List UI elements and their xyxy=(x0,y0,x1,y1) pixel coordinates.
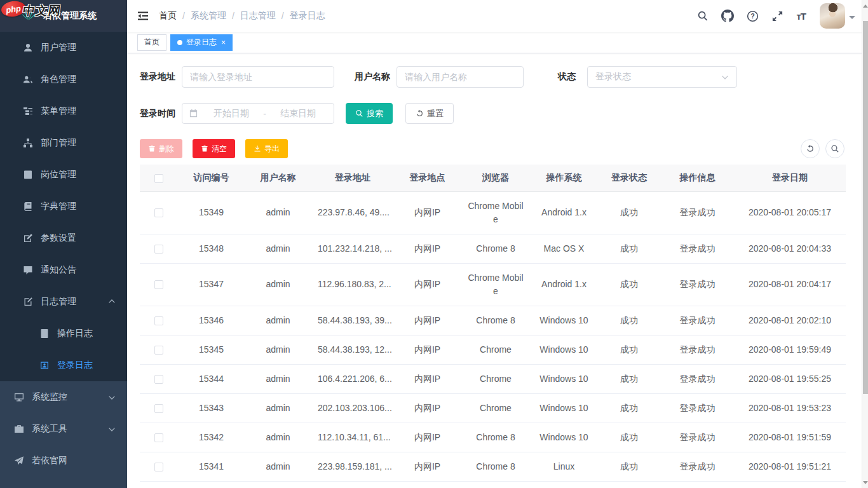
tab-active[interactable]: 登录日志× xyxy=(170,34,233,51)
header-search-button[interactable] xyxy=(691,0,715,32)
log-icon xyxy=(23,297,33,307)
sidebar-item-monitor[interactable]: 系统监控 xyxy=(0,381,127,413)
table-cell: 成功 xyxy=(597,393,661,423)
table-row: 15347admin112.96.180.83, 2...内网IPChrome … xyxy=(140,263,846,306)
row-checkbox[interactable] xyxy=(154,404,163,413)
table-cell: Android 1.x xyxy=(531,263,597,306)
delete-button[interactable]: 删除 xyxy=(140,139,182,158)
export-button[interactable]: 导出 xyxy=(245,139,288,158)
username-input[interactable] xyxy=(397,66,524,88)
toggle-search-button[interactable] xyxy=(825,139,844,158)
scroll-up-arrow-icon[interactable] xyxy=(862,1,868,10)
sidebar-item-dept[interactable]: 部门管理 xyxy=(0,127,127,159)
app-logo-bar[interactable]: 若依管理系统 xyxy=(0,0,127,32)
table-cell: Windows 10 xyxy=(531,423,597,452)
sidebar-item-website[interactable]: 若依官网 xyxy=(0,445,127,477)
github-icon xyxy=(721,10,734,22)
navbar-actions: ? тT xyxy=(691,0,868,32)
table-cell: 202.103.203.106... xyxy=(311,393,394,423)
column-header: 用户名称 xyxy=(245,165,311,191)
breadcrumb-item[interactable]: 首页 xyxy=(159,10,177,22)
filter-row-1: 登录地址 用户名称 状态 登录状态 xyxy=(140,66,844,88)
date-range-picker[interactable]: 开始日期 - 结束日期 xyxy=(182,103,334,124)
tab-home[interactable]: 首页 xyxy=(137,34,166,51)
scrollbar-thumb[interactable] xyxy=(863,21,868,394)
breadcrumb-separator: / xyxy=(182,11,185,21)
table-cell: 成功 xyxy=(597,335,661,364)
table-cell: Chrome 8 xyxy=(461,234,531,263)
table-cell: 2020-08-01 19:55:25 xyxy=(734,364,846,393)
table-cell: 成功 xyxy=(597,306,661,335)
sidebar-menu: 用户管理角色管理菜单管理部门管理岗位管理字典管理参数设置通知公告日志管理操作日志… xyxy=(0,32,127,477)
table-cell: admin xyxy=(245,191,311,234)
table-cell: 2020-08-01 19:51:59 xyxy=(734,423,846,452)
row-checkbox[interactable] xyxy=(154,463,163,471)
breadcrumb-item[interactable]: 日志管理 xyxy=(240,10,276,22)
table-cell: 登录成功 xyxy=(661,481,734,488)
column-header: 登录地址 xyxy=(311,165,394,191)
tool-icon xyxy=(14,424,24,434)
sidebar-toggle-button[interactable] xyxy=(127,0,159,32)
column-header: 登录日期 xyxy=(734,165,846,191)
login-address-input[interactable] xyxy=(182,66,334,88)
table-cell: 15343 xyxy=(178,393,245,423)
table-cell: 成功 xyxy=(597,234,661,263)
table-cell: 成功 xyxy=(597,423,661,452)
font-size-button[interactable]: тT xyxy=(790,0,812,32)
refresh-table-button[interactable] xyxy=(801,139,820,158)
sidebar-item-log[interactable]: 日志管理 xyxy=(0,286,127,318)
row-checkbox[interactable] xyxy=(154,208,163,217)
edit-icon xyxy=(23,233,33,243)
table-cell: Windows 10 xyxy=(531,335,597,364)
page-scrollbar[interactable] xyxy=(862,0,868,488)
fullscreen-button[interactable] xyxy=(765,0,790,32)
fullscreen-icon xyxy=(771,10,783,22)
user-avatar[interactable] xyxy=(820,3,845,29)
reset-button[interactable]: 重置 xyxy=(405,103,454,124)
guide-icon xyxy=(14,456,24,466)
page-content: 登录地址 用户名称 状态 登录状态 登录时间 开始日期 - 结束日期 xyxy=(127,53,868,488)
sidebar-item-notice[interactable]: 通知公告 xyxy=(0,254,127,286)
tab-active-dot xyxy=(177,40,182,45)
sidebar-item-operlog[interactable]: 操作日志 xyxy=(0,318,127,349)
clear-button[interactable]: 清空 xyxy=(193,139,235,158)
sidebar-item-label: 字典管理 xyxy=(41,201,76,212)
sidebar-item-post[interactable]: 岗位管理 xyxy=(0,159,127,191)
row-checkbox[interactable] xyxy=(154,375,163,384)
table-cell: 内网IP xyxy=(394,335,461,364)
table-cell: 内网IP xyxy=(394,306,461,335)
reset-button-label: 重置 xyxy=(427,108,444,119)
breadcrumb-item[interactable]: 系统管理 xyxy=(191,10,226,22)
breadcrumb-item[interactable]: 登录日志 xyxy=(290,10,325,22)
table-row: 15349admin223.97.8.46, 49....内网IPChrome … xyxy=(140,191,846,234)
sidebar-item-logininfor[interactable]: 登录日志 xyxy=(0,349,127,381)
github-link-button[interactable] xyxy=(715,0,740,32)
message-icon xyxy=(23,265,33,275)
help-button[interactable]: ? xyxy=(740,0,765,32)
column-header: 操作信息 xyxy=(661,165,734,191)
sidebar-item-tool[interactable]: 系统工具 xyxy=(0,413,127,445)
table-cell: 112.96.180.83, 2... xyxy=(311,263,394,306)
select-all-checkbox[interactable] xyxy=(154,174,163,183)
table-cell: 2020-08-01 20:02:10 xyxy=(734,306,846,335)
avatar-caret-down-icon[interactable] xyxy=(849,16,855,22)
status-select[interactable]: 登录状态 xyxy=(587,66,737,88)
table-cell: 15341 xyxy=(178,452,245,481)
row-checkbox[interactable] xyxy=(154,346,163,355)
scroll-down-arrow-icon[interactable] xyxy=(862,478,868,487)
table-cell: Windows 10 xyxy=(531,393,597,423)
row-checkbox[interactable] xyxy=(154,316,163,325)
sidebar-item-menu[interactable]: 菜单管理 xyxy=(0,95,127,127)
sidebar-item-dict[interactable]: 字典管理 xyxy=(0,191,127,222)
sidebar-item-user[interactable]: 用户管理 xyxy=(0,32,127,64)
row-checkbox[interactable] xyxy=(154,245,163,254)
tab-close-icon[interactable]: × xyxy=(221,39,226,46)
calendar-icon xyxy=(189,109,198,118)
sidebar-item-role[interactable]: 角色管理 xyxy=(0,64,127,95)
sidebar-item-config[interactable]: 参数设置 xyxy=(0,222,127,254)
row-select-cell xyxy=(140,423,178,452)
search-button[interactable]: 搜索 xyxy=(346,103,393,124)
table-cell: admin xyxy=(245,306,311,335)
row-checkbox[interactable] xyxy=(154,280,163,289)
row-checkbox[interactable] xyxy=(154,433,163,442)
